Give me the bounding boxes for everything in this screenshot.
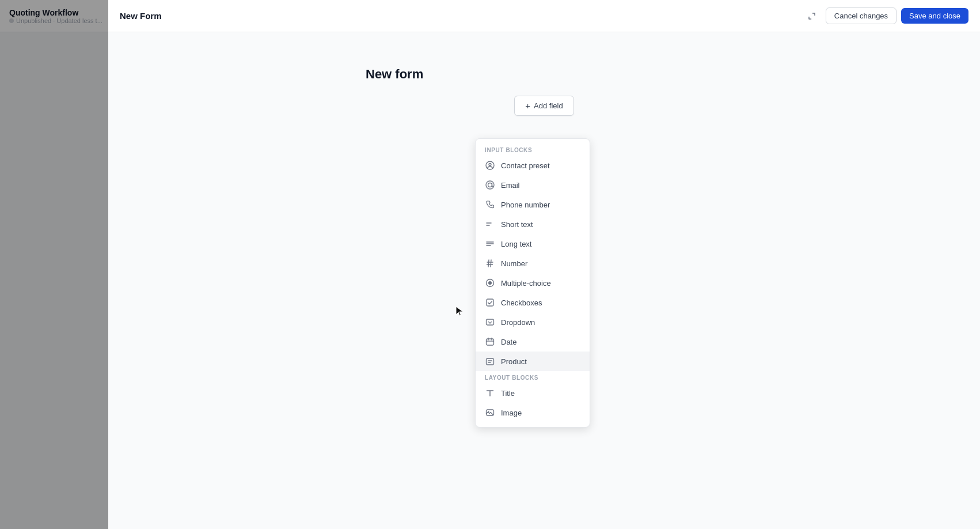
phone-label: Phone number xyxy=(501,201,550,209)
cancel-changes-button[interactable]: Cancel changes xyxy=(826,7,897,24)
dropdown-label: Dropdown xyxy=(501,318,535,327)
dropdown-menu: INPUT BLOCKS Contact preset xyxy=(475,138,590,428)
input-blocks-label: INPUT BLOCKS xyxy=(476,143,590,156)
save-close-button[interactable]: Save and close xyxy=(901,8,968,24)
dropdown-item-short-text[interactable]: Short text xyxy=(476,214,590,234)
expand-button[interactable] xyxy=(803,7,821,25)
add-field-label: Add field xyxy=(534,101,563,110)
number-label: Number xyxy=(501,259,527,268)
expand-icon xyxy=(807,12,816,21)
svg-point-2 xyxy=(488,183,492,187)
modal-header: New Form Cancel changes Save and close xyxy=(108,0,980,32)
svg-rect-17 xyxy=(487,339,494,345)
checkboxes-icon xyxy=(485,297,495,308)
dropdown-item-title[interactable]: Title xyxy=(476,383,590,403)
modal-overlay: New Form Cancel changes Save and close N… xyxy=(0,0,980,529)
number-icon xyxy=(485,258,495,269)
form-canvas: New form + Add field INPUT BLOCKS xyxy=(343,67,746,116)
multiple-choice-label: Multiple-choice xyxy=(501,279,551,288)
dropdown-item-email[interactable]: Email xyxy=(476,175,590,195)
dropdown-item-phone[interactable]: Phone number xyxy=(476,195,590,214)
date-label: Date xyxy=(501,338,516,346)
svg-point-3 xyxy=(486,181,494,189)
form-name: New form xyxy=(343,67,423,82)
svg-point-23 xyxy=(488,411,489,413)
dropdown-item-contact-preset[interactable]: Contact preset xyxy=(476,156,590,175)
svg-point-1 xyxy=(489,164,491,166)
svg-rect-21 xyxy=(487,358,494,365)
date-icon xyxy=(485,337,495,347)
dropdown-item-date[interactable]: Date xyxy=(476,332,590,352)
modal-body: New form + Add field INPUT BLOCKS xyxy=(108,32,980,529)
image-label: Image xyxy=(501,409,522,417)
email-icon xyxy=(485,180,495,190)
svg-rect-16 xyxy=(487,319,494,325)
long-text-icon xyxy=(485,239,495,249)
checkboxes-label: Checkboxes xyxy=(501,298,542,307)
dropdown-item-dropdown[interactable]: Dropdown xyxy=(476,312,590,332)
contact-preset-icon xyxy=(485,160,495,171)
dropdown-item-multiple-choice[interactable]: Multiple-choice xyxy=(476,273,590,293)
phone-icon xyxy=(485,199,495,210)
modal-header-right: Cancel changes Save and close xyxy=(803,7,968,25)
multiple-choice-icon xyxy=(485,278,495,288)
dropdown-icon xyxy=(485,317,495,327)
dropdown-item-product[interactable]: Product xyxy=(476,352,590,371)
dropdown-item-checkboxes[interactable]: Checkboxes xyxy=(476,293,590,312)
svg-point-14 xyxy=(488,281,492,285)
layout-blocks-label: LAYOUT BLOCKS xyxy=(476,371,590,383)
dropdown-item-number[interactable]: Number xyxy=(476,254,590,273)
add-field-button[interactable]: + Add field xyxy=(514,96,573,116)
image-icon xyxy=(485,407,495,418)
plus-icon: + xyxy=(525,101,530,111)
short-text-icon xyxy=(485,219,495,229)
title-icon xyxy=(485,388,495,398)
product-label: Product xyxy=(501,357,527,366)
product-icon xyxy=(485,356,495,366)
dropdown-item-long-text[interactable]: Long text xyxy=(476,234,590,254)
svg-line-9 xyxy=(488,260,489,267)
email-label: Email xyxy=(501,181,520,190)
modal-panel: New Form Cancel changes Save and close N… xyxy=(108,0,980,529)
contact-preset-label: Contact preset xyxy=(501,161,550,170)
svg-rect-15 xyxy=(487,299,493,306)
dropdown-item-image[interactable]: Image xyxy=(476,403,590,422)
short-text-label: Short text xyxy=(501,220,533,229)
modal-title: New Form xyxy=(120,11,162,21)
long-text-label: Long text xyxy=(501,240,532,248)
title-label: Title xyxy=(501,389,515,398)
svg-line-10 xyxy=(491,260,491,267)
